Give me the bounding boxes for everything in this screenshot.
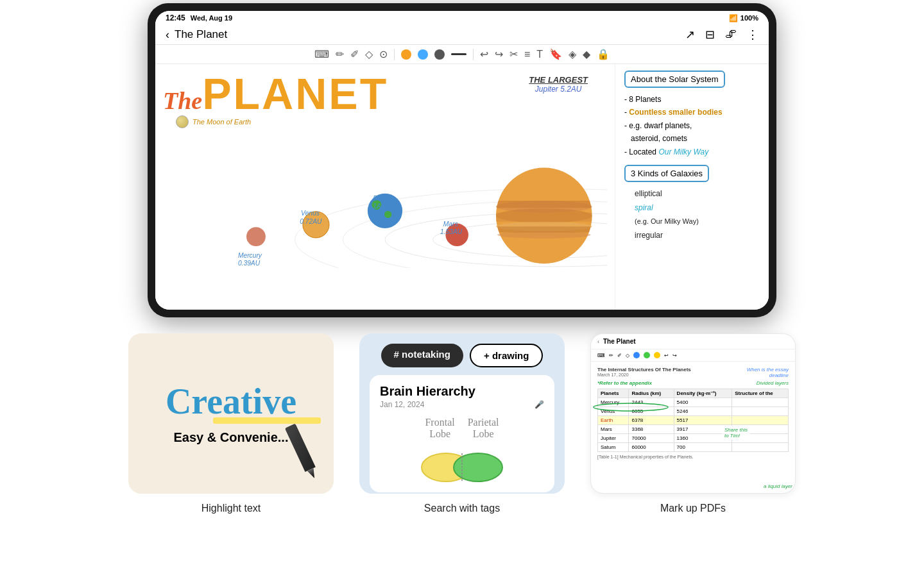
solar-system-svg: Mercury 0.39AU Venus 0.72AU Earth	[163, 133, 607, 268]
bookmark-icon[interactable]: 🔖	[549, 48, 562, 60]
markup-preview: ‹ The Planet ⌨ ✏ ✐ ◇ ↩ ↪	[590, 333, 796, 494]
color-orange[interactable]	[401, 49, 411, 60]
markup-color-blue	[633, 352, 640, 358]
galaxy-3: irregular	[635, 229, 760, 243]
easy-convenient-text: Easy & Convenie...	[174, 430, 289, 445]
markup-doc-date: March 17, 2020	[597, 373, 691, 377]
tablet-wrapper: 12:45 Wed, Aug 19 📶 100% ‹ The Planet ↗ …	[141, 0, 783, 321]
markup-doc-title: The Internal Structures Of The Planets	[597, 367, 691, 373]
galaxy-2: spiral(e.g. Our Milky Way)	[635, 201, 760, 229]
bottom-section: Creative Easy & Convenie... Highlight te…	[0, 321, 924, 527]
status-date: Wed, Aug 19	[191, 14, 232, 22]
shapes-icon[interactable]: ◆	[583, 48, 590, 60]
highlight-label: Highlight text	[201, 503, 261, 514]
markup-eraser-icon: ◇	[626, 353, 629, 358]
toolbar-divider-2	[473, 49, 474, 60]
feature-search-card: # notetaking + drawing Brain Hierarchy J…	[359, 333, 565, 514]
grid-icon[interactable]: ◈	[569, 48, 576, 60]
tablet-frame: 12:45 Wed, Aug 19 📶 100% ‹ The Planet ↗ …	[148, 3, 776, 317]
about-solar-system-box: About the Solar System	[624, 71, 725, 88]
title-planet: PLANET	[202, 72, 388, 115]
markup-label: Mark up PDFs	[660, 503, 726, 514]
pen-icon[interactable]: ✏	[336, 48, 344, 60]
svg-text:1.53AU: 1.53AU	[440, 228, 463, 235]
keyboard-icon[interactable]: ⌨	[314, 48, 329, 60]
galaxies-list: elliptical spiral(e.g. Our Milky Way) ir…	[624, 187, 760, 242]
battery-icon: 100%	[740, 14, 758, 22]
svg-text:Mars: Mars	[443, 221, 458, 228]
feature-markup-card: ‹ The Planet ⌨ ✏ ✐ ◇ ↩ ↪	[590, 333, 796, 514]
tag-drawing[interactable]: + drawing	[470, 344, 543, 367]
lasso-icon[interactable]: ⊙	[379, 48, 388, 60]
table-row: Venus60555246	[598, 407, 789, 416]
markup-pencil-icon: ✐	[617, 353, 622, 358]
largest-sub: Jupiter 5.2AU	[529, 85, 588, 94]
svg-text:1AU: 1AU	[373, 203, 386, 210]
markup-color-green	[644, 352, 650, 358]
table-row: Saturn60000700	[598, 443, 789, 452]
note-card-title: Brain Hierarchy	[380, 384, 544, 399]
markup-keyboard-icon: ⌨	[597, 353, 605, 358]
eraser-icon[interactable]: ◇	[365, 48, 373, 60]
note-date-text: Jan 12, 2024	[380, 400, 424, 409]
back-button[interactable]: ‹	[166, 28, 169, 42]
markup-title: The Planet	[603, 338, 636, 345]
markup-content: ‹ The Planet ⌨ ✏ ✐ ◇ ↩ ↪	[591, 334, 795, 493]
about-solar-system-title: About the Solar System	[631, 74, 719, 84]
highlight-bar	[213, 417, 321, 424]
markup-annotation-3: Divided layers	[757, 380, 789, 386]
color-gray[interactable]	[434, 49, 445, 60]
parietal-lobe: ParietalLobe	[468, 417, 499, 440]
feature-highlight-card: Creative Easy & Convenie... Highlight te…	[128, 333, 334, 514]
status-time: 12:45	[166, 13, 185, 22]
largest-box: THE LARGEST Jupiter 5.2AU	[529, 75, 588, 94]
liquid-annotation: a liquid layer	[764, 483, 792, 489]
lock-icon[interactable]: 🔒	[597, 48, 610, 60]
galaxies-title: 3 Kinds of Galaxies	[631, 169, 703, 178]
convert-icon[interactable]: ✂	[509, 48, 518, 60]
search-preview: # notetaking + drawing Brain Hierarchy J…	[359, 333, 565, 494]
brain-illustration	[380, 445, 544, 483]
color-blue[interactable]	[418, 49, 428, 60]
stylus-shape	[285, 423, 320, 480]
table-row: Jupiter700001360	[598, 434, 789, 443]
attach-icon[interactable]: 🖇	[725, 28, 737, 42]
style-icon[interactable]: ≡	[524, 49, 530, 60]
note-item-1: 8 Planets	[624, 93, 760, 106]
tag-notetaking[interactable]: # notetaking	[381, 344, 463, 367]
line-thickness[interactable]	[451, 53, 466, 55]
search-content: # notetaking + drawing Brain Hierarchy J…	[359, 333, 565, 494]
undo-icon[interactable]: ↩	[480, 48, 488, 60]
col-structure: Structure of the	[732, 389, 789, 398]
svg-point-29	[454, 453, 502, 481]
tablet-screen: 12:45 Wed, Aug 19 📶 100% ‹ The Planet ↗ …	[155, 11, 769, 310]
markup-redo-icon: ↪	[672, 353, 677, 358]
status-icons: 📶 100%	[729, 14, 758, 22]
app-title: The Planet	[175, 28, 227, 41]
markup-annotation-1: When is the essay deadline	[731, 367, 789, 378]
more-icon[interactable]: ⋮	[747, 28, 758, 42]
redo-icon[interactable]: ↪	[495, 48, 503, 60]
col-density: Density (kg·m⁻³)	[674, 389, 732, 398]
expand-icon[interactable]: ↗	[685, 28, 695, 42]
text-icon[interactable]: T	[536, 49, 543, 60]
pencil-icon[interactable]: ✐	[350, 48, 359, 60]
markup-header: ‹ The Planet	[591, 334, 795, 349]
view-icon[interactable]: ⊟	[705, 28, 715, 42]
status-bar: 12:45 Wed, Aug 19 📶 100%	[155, 11, 769, 25]
galaxies-box: 3 Kinds of Galaxies	[624, 165, 709, 182]
svg-rect-25	[496, 201, 592, 208]
svg-point-4	[246, 227, 266, 246]
svg-rect-27	[496, 226, 592, 232]
note-card: Brain Hierarchy Jan 12, 2024 🎤 FrontalLo…	[370, 375, 554, 492]
toolbar-divider-1	[394, 49, 395, 60]
table-row: Earth63785517	[598, 416, 789, 425]
svg-text:0.72AU: 0.72AU	[300, 218, 322, 225]
svg-point-13	[384, 211, 391, 218]
table-row: Mars33683917	[598, 425, 789, 434]
markup-table: Planets Radius (km) Density (kg·m⁻³) Str…	[597, 389, 789, 452]
col-planets: Planets	[598, 389, 629, 398]
frontal-lobe: FrontalLobe	[425, 417, 454, 440]
moon-text: The Moon of Earth	[193, 118, 251, 126]
highlight-preview: Creative Easy & Convenie...	[128, 333, 334, 494]
